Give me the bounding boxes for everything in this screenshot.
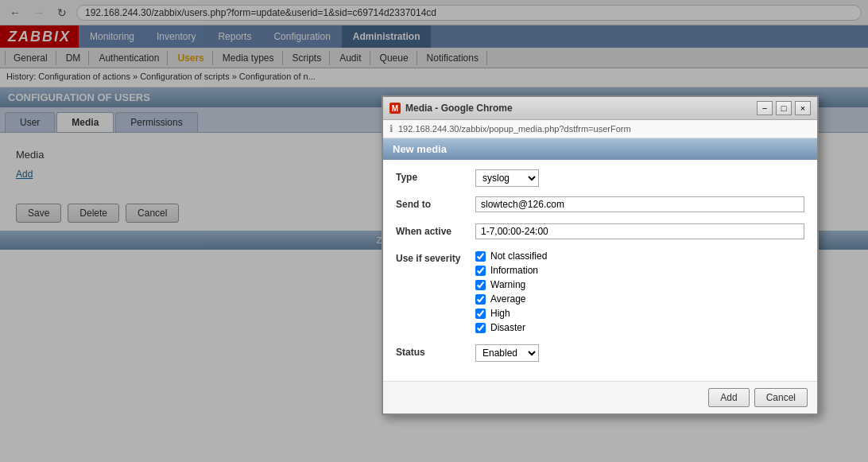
send-to-label: Send to: [396, 196, 475, 210]
form-row-when-active: When active: [396, 223, 804, 243]
when-active-control: [475, 223, 804, 239]
checkbox-average[interactable]: [475, 294, 486, 305]
modal-title-text: Media - Google Chrome: [405, 103, 513, 114]
label-warning: Warning: [490, 279, 525, 290]
severity-disaster: Disaster: [475, 322, 804, 333]
modal-title-icon: M: [389, 103, 401, 114]
severity-high: High: [475, 308, 804, 319]
severity-control: Not classified Information Warning Avera…: [475, 250, 804, 336]
modal-title-left: M Media - Google Chrome: [389, 103, 513, 114]
modal-window: M Media - Google Chrome − □ × ℹ 192.168.…: [382, 95, 819, 415]
modal-cancel-button[interactable]: Cancel: [754, 388, 808, 407]
form-row-severity: Use if severity Not classified Informati…: [396, 250, 804, 336]
checkbox-information[interactable]: [475, 266, 486, 276]
modal-add-button[interactable]: Add: [708, 388, 749, 407]
modal-controls: − □ ×: [757, 101, 811, 115]
severity-label: Use if severity: [396, 250, 475, 264]
new-media-header: New media: [383, 138, 817, 160]
send-to-control: [475, 196, 804, 212]
modal-minimize-button[interactable]: −: [757, 101, 773, 115]
severity-not-classified: Not classified: [475, 250, 804, 262]
status-control: Enabled Disabled: [475, 344, 804, 362]
severity-average: Average: [475, 293, 804, 305]
label-high: High: [490, 308, 510, 319]
modal-url-bar: ℹ 192.168.244.30/zabbix/popup_media.php?…: [383, 120, 817, 138]
form-row-type: Type syslog email jabber: [396, 169, 804, 188]
modal-footer: Add Cancel: [383, 381, 817, 413]
status-label: Status: [396, 344, 475, 358]
label-information: Information: [490, 265, 538, 276]
status-select[interactable]: Enabled Disabled: [475, 344, 539, 362]
checkbox-high[interactable]: [475, 309, 486, 319]
modal-form: Type syslog email jabber Send to Wh: [383, 160, 817, 381]
checkbox-not-classified[interactable]: [475, 251, 486, 262]
checkbox-warning[interactable]: [475, 280, 486, 290]
when-active-label: When active: [396, 223, 475, 237]
checkbox-disaster[interactable]: [475, 323, 486, 333]
label-disaster: Disaster: [490, 322, 525, 333]
send-to-input[interactable]: [475, 196, 804, 212]
info-icon: ℹ: [389, 123, 393, 134]
type-label: Type: [396, 169, 475, 183]
severity-warning: Warning: [475, 279, 804, 290]
type-select[interactable]: syslog email jabber: [475, 169, 539, 187]
type-control: syslog email jabber: [475, 169, 804, 187]
form-row-send-to: Send to: [396, 196, 804, 215]
modal-body: New media Type syslog email jabber Send …: [383, 138, 817, 381]
severity-information: Information: [475, 265, 804, 276]
modal-close-button[interactable]: ×: [795, 101, 811, 115]
modal-titlebar: M Media - Google Chrome − □ ×: [383, 97, 817, 120]
when-active-input[interactable]: [475, 223, 804, 239]
modal-maximize-button[interactable]: □: [776, 101, 792, 115]
modal-url-text: 192.168.244.30/zabbix/popup_media.php?ds…: [398, 124, 631, 134]
form-row-status: Status Enabled Disabled: [396, 344, 804, 363]
label-average: Average: [490, 293, 525, 305]
label-not-classified: Not classified: [490, 250, 547, 262]
